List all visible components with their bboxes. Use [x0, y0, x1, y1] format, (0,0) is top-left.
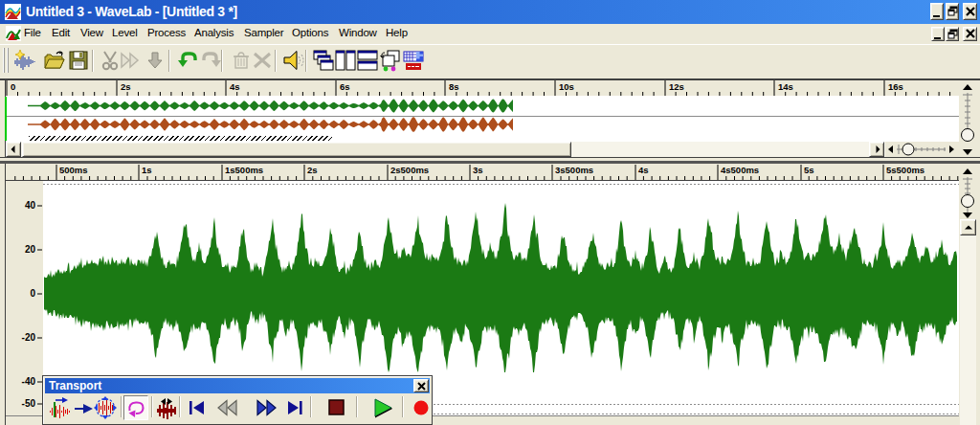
svg-text:2s: 2s [121, 81, 131, 92]
svg-text:5s: 5s [804, 165, 814, 175]
svg-text:0: 0 [30, 288, 35, 299]
svg-text:10s: 10s [559, 81, 574, 92]
svg-text:4s: 4s [638, 165, 649, 175]
svg-text:4s500ms: 4s500ms [721, 165, 759, 175]
svg-text:8s: 8s [449, 81, 459, 92]
svg-text:-40: -40 [22, 376, 36, 387]
svg-text:0: 0 [11, 81, 15, 92]
svg-text:-50: -50 [22, 398, 36, 409]
svg-text:2s500ms: 2s500ms [390, 165, 429, 175]
svg-text:12s: 12s [669, 81, 684, 92]
svg-text:16s: 16s [888, 81, 903, 92]
svg-text:40: 40 [25, 200, 36, 211]
svg-text:14s: 14s [778, 81, 793, 92]
svg-text:3s500ms: 3s500ms [555, 165, 593, 175]
svg-text:4s: 4s [230, 81, 240, 92]
svg-text:500ms: 500ms [59, 165, 88, 175]
svg-text:5s500ms: 5s500ms [886, 165, 924, 175]
svg-text:3s: 3s [473, 165, 483, 175]
svg-text:2s: 2s [307, 165, 318, 175]
svg-text:-20: -20 [22, 332, 36, 343]
svg-text:1s500ms: 1s500ms [225, 165, 263, 175]
svg-text:1s: 1s [142, 165, 152, 175]
svg-text:6s: 6s [340, 81, 350, 92]
svg-text:20: 20 [25, 244, 36, 255]
